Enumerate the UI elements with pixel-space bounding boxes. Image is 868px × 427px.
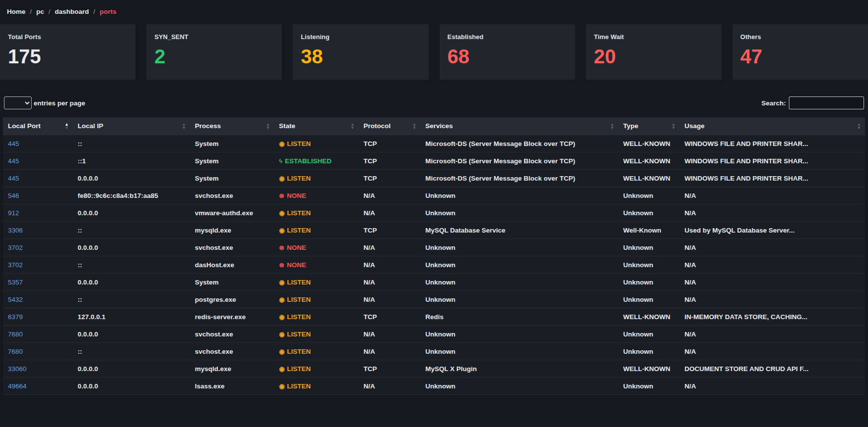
column-label: Process — [195, 122, 221, 130]
column-header-local-ip[interactable]: Local IP ▴▾ — [73, 117, 190, 135]
breadcrumb-ports-current: ports — [100, 8, 117, 15]
port-link[interactable]: 7680 — [8, 331, 23, 338]
state-label: LISTEN — [287, 279, 311, 286]
port-link[interactable]: 6379 — [8, 313, 23, 321]
breadcrumb-home[interactable]: Home — [7, 8, 26, 15]
column-header-protocol[interactable]: Protocol ▴▾ — [359, 117, 420, 135]
cell-protocol: TCP — [359, 170, 420, 187]
column-header-usage[interactable]: Usage ▴▾ — [680, 117, 865, 135]
table-row: 546fe80::9c6c:c8a4:b17:aa85svchost.exe⊗N… — [3, 187, 865, 204]
cell-protocol: TCP — [359, 360, 420, 378]
cell-process: svchost.exe — [190, 187, 274, 204]
card-syn-sent: SYN_SENT 2 — [146, 24, 282, 80]
table-row: 4450.0.0.0System◉LISTENTCPMicrosoft-DS (… — [3, 170, 865, 187]
table-row: 496640.0.0.0lsass.exe◉LISTENN/AUnknownUn… — [3, 378, 865, 395]
ports-table: Local Port ▴▾ Local IP ▴▾ Process ▴▾ — [3, 117, 865, 395]
cell-usage: N/A — [680, 274, 865, 291]
cell-state: ◉LISTEN — [274, 343, 359, 360]
port-link[interactable]: 546 — [8, 192, 19, 199]
port-link[interactable]: 5357 — [8, 279, 23, 286]
cell-local-port: 3702 — [3, 256, 73, 274]
cell-type: Unknown — [618, 274, 680, 291]
state-label: NONE — [287, 244, 306, 251]
search-input[interactable] — [789, 96, 864, 109]
table-row: 9120.0.0.0vmware-authd.exe◉LISTENN/AUnkn… — [3, 204, 865, 222]
table-row: 3702::dasHost.exe⊗NONEN/AUnknownUnknownN… — [3, 256, 865, 274]
cell-services: Unknown — [420, 239, 618, 256]
cell-protocol: N/A — [359, 187, 420, 204]
cell-process: lsass.exe — [190, 378, 274, 395]
card-value: 68 — [448, 47, 567, 66]
cell-local-ip: 0.0.0.0 — [73, 239, 190, 256]
port-link[interactable]: 912 — [8, 209, 19, 217]
cell-type: WELL-KNOWN — [618, 170, 680, 187]
state-label: LISTEN — [287, 313, 311, 321]
cell-services: MySQL Database Service — [420, 222, 618, 239]
sort-icons: ▴▾ — [65, 123, 68, 130]
cell-usage: N/A — [680, 291, 865, 308]
cell-process: svchost.exe — [190, 239, 274, 256]
port-link[interactable]: 3306 — [8, 227, 23, 234]
column-label: Type — [623, 122, 639, 130]
cell-local-ip: 0.0.0.0 — [73, 326, 190, 343]
none-state-icon: ⊗ — [279, 261, 284, 269]
column-header-services[interactable]: Services ▴▾ — [420, 117, 618, 135]
cell-protocol: N/A — [359, 326, 420, 343]
column-label: Local Port — [8, 122, 41, 130]
cell-local-ip: :: — [73, 343, 190, 360]
cell-type: Unknown — [618, 204, 680, 222]
breadcrumb-dashboard[interactable]: dashboard — [55, 8, 89, 15]
cell-type: Unknown — [618, 291, 680, 308]
cell-process: System — [190, 135, 274, 152]
port-link[interactable]: 5432 — [8, 296, 23, 303]
cell-state: ◉LISTEN — [274, 170, 359, 187]
cell-state: ⊗NONE — [274, 187, 359, 204]
cell-process: postgres.exe — [190, 291, 274, 308]
cell-process: svchost.exe — [190, 326, 274, 343]
port-link[interactable]: 49664 — [8, 382, 27, 390]
column-header-type[interactable]: Type ▴▾ — [618, 117, 680, 135]
port-link[interactable]: 7680 — [8, 348, 23, 355]
cell-local-ip: 127.0.0.1 — [73, 308, 190, 326]
sort-icons: ▴▾ — [858, 123, 860, 130]
port-link[interactable]: 445 — [8, 157, 19, 165]
cell-state: ◉LISTEN — [274, 135, 359, 152]
port-link[interactable]: 445 — [8, 140, 19, 147]
cell-state: ◉LISTEN — [274, 360, 359, 378]
cell-type: WELL-KNOWN — [618, 308, 680, 326]
cell-local-port: 7680 — [3, 343, 73, 360]
cell-state: ◉LISTEN — [274, 204, 359, 222]
column-header-state[interactable]: State ▴▾ — [274, 117, 359, 135]
card-total-ports: Total Ports 175 — [0, 24, 136, 80]
column-header-local-port[interactable]: Local Port ▴▾ — [3, 117, 73, 135]
state-label: ESTABLISHED — [285, 157, 331, 165]
table-controls: entries per page Search: — [0, 93, 868, 113]
listen-state-icon: ◉ — [279, 175, 284, 182]
cell-state: ◉LISTEN — [274, 326, 359, 343]
column-label: Usage — [685, 122, 705, 130]
cell-type: Unknown — [618, 187, 680, 204]
column-header-process[interactable]: Process ▴▾ — [190, 117, 274, 135]
breadcrumb-pc[interactable]: pc — [36, 8, 44, 15]
table-row: 53570.0.0.0System◉LISTENN/AUnknownUnknow… — [3, 274, 865, 291]
cell-state: ⊗NONE — [274, 239, 359, 256]
cell-local-ip: :: — [73, 135, 190, 152]
entries-per-page-select[interactable] — [4, 96, 32, 109]
cell-usage: N/A — [680, 239, 865, 256]
sort-icons: ▴▾ — [413, 123, 415, 130]
port-link[interactable]: 445 — [8, 175, 19, 182]
port-link[interactable]: 3702 — [8, 261, 23, 269]
port-link[interactable]: 3702 — [8, 244, 23, 251]
cell-local-port: 3702 — [3, 239, 73, 256]
port-link[interactable]: 33060 — [8, 365, 27, 373]
column-label: Services — [425, 122, 453, 130]
sort-down-icon: ▾ — [858, 126, 860, 130]
cell-local-port: 7680 — [3, 326, 73, 343]
card-label: Time Wait — [594, 33, 714, 41]
table-row: 6379127.0.0.1redis-server.exe◉LISTENTCPR… — [3, 308, 865, 326]
cell-local-ip: 0.0.0.0 — [73, 274, 190, 291]
cell-local-ip: 0.0.0.0 — [73, 378, 190, 395]
cell-state: ◉LISTEN — [274, 291, 359, 308]
cell-type: Unknown — [618, 378, 680, 395]
sort-down-icon: ▾ — [672, 126, 675, 130]
